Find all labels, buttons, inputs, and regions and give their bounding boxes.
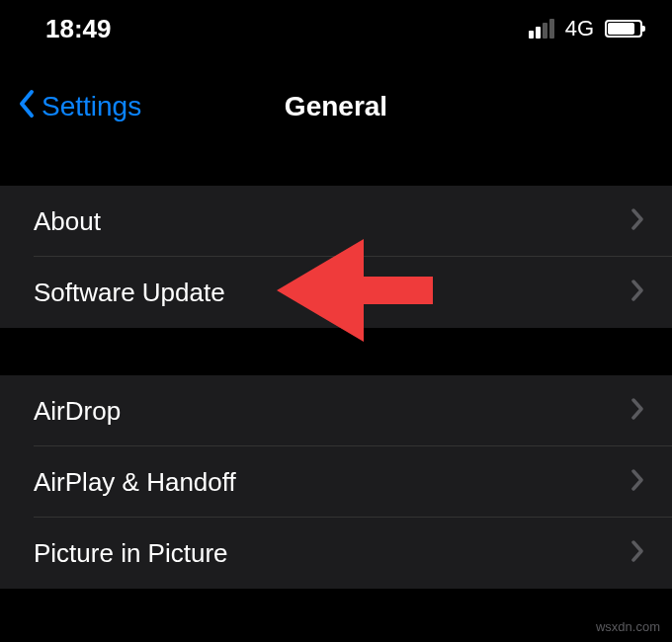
row-about[interactable]: About — [0, 186, 672, 257]
battery-icon — [605, 20, 642, 38]
list-group-1: About Software Update — [0, 186, 672, 328]
row-picture-in-picture[interactable]: Picture in Picture — [0, 518, 672, 589]
section-gap — [0, 138, 672, 186]
row-label: AirPlay & Handoff — [34, 467, 236, 498]
chevron-right-icon — [630, 398, 644, 424]
page-title: General — [285, 91, 387, 122]
status-indicators: 4G — [529, 16, 642, 41]
row-label: Software Update — [34, 278, 225, 308]
chevron-right-icon — [630, 208, 644, 234]
list-group-2: AirDrop AirPlay & Handoff Picture in Pic… — [0, 375, 672, 589]
network-label: 4G — [565, 16, 594, 41]
row-label: Picture in Picture — [34, 538, 228, 569]
chevron-right-icon — [630, 280, 644, 305]
row-airplay-handoff[interactable]: AirPlay & Handoff — [0, 446, 672, 518]
back-button[interactable]: Settings — [18, 89, 141, 125]
status-time: 18:49 — [45, 14, 112, 44]
chevron-right-icon — [630, 540, 644, 566]
row-airdrop[interactable]: AirDrop — [0, 375, 672, 446]
watermark: wsxdn.com — [596, 619, 660, 634]
row-label: AirDrop — [34, 396, 121, 427]
chevron-right-icon — [630, 469, 644, 495]
row-software-update[interactable]: Software Update — [0, 257, 672, 328]
back-label: Settings — [42, 91, 141, 122]
signal-icon — [529, 19, 554, 39]
chevron-left-icon — [18, 89, 36, 125]
status-bar: 18:49 4G — [0, 0, 672, 55]
nav-bar: Settings General — [0, 75, 672, 138]
section-gap — [0, 328, 672, 375]
row-label: About — [34, 206, 101, 237]
